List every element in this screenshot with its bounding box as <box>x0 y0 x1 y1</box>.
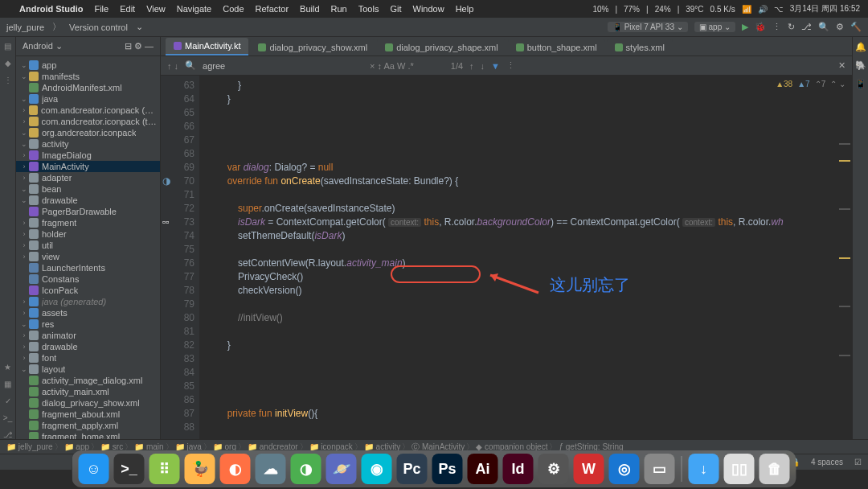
tree-item[interactable]: ›MainActivity <box>16 161 160 172</box>
menubar-clock[interactable]: 3月14日 周四 16:52 <box>790 3 860 14</box>
git-branch-icon[interactable]: ⎇ <box>801 22 812 32</box>
structure-tool-icon[interactable]: ⋮ <box>4 76 12 84</box>
error-stripe[interactable] <box>839 111 850 436</box>
search-prev-icon[interactable]: ↑ <box>469 61 474 71</box>
build-icon[interactable]: 🔨 <box>850 22 862 32</box>
menu-refactor[interactable]: Refactor <box>256 4 289 14</box>
dock-app[interactable]: ☁ <box>256 454 286 484</box>
breadcrumb-item[interactable]: 📁 jelly_pure <box>6 442 53 451</box>
menu-edit[interactable]: Edit <box>120 4 135 14</box>
inspection-icon[interactable]: ☑ <box>854 458 862 466</box>
tree-item[interactable]: ›com.andcreator.iconpack (andr <box>16 105 160 116</box>
tree-item[interactable]: fragment_apply.xml <box>16 420 160 431</box>
tree-item[interactable]: ›java (generated) <box>16 296 160 307</box>
tree-item[interactable]: ›animator <box>16 330 160 341</box>
editor-tab[interactable]: button_shape.xml <box>508 39 605 55</box>
settings-icon[interactable]: ⚙ <box>134 41 142 51</box>
dock-app[interactable]: >_ <box>114 454 145 484</box>
dock-app[interactable]: 🗑 <box>760 454 790 484</box>
notifications-icon[interactable]: 🔔 <box>855 42 866 52</box>
menu-navigate[interactable]: Navigate <box>177 4 211 14</box>
run-config-selector[interactable]: ▣ app ⌄ <box>694 22 735 32</box>
dock-app[interactable]: ⠿ <box>149 454 180 484</box>
dock-app[interactable]: ▭ <box>645 454 675 484</box>
tree-item[interactable]: ›font <box>16 352 160 364</box>
project-tree[interactable]: ⌄app⌄manifestsAndroidManifest.xml⌄java›c… <box>16 56 160 439</box>
dock-app[interactable]: W <box>574 454 604 484</box>
menubar-app-name[interactable]: Android Studio <box>19 4 83 14</box>
dock-app[interactable]: ☺ <box>79 454 109 484</box>
tree-item[interactable]: fragment_home.xml <box>16 431 160 439</box>
dock-app[interactable]: Ps <box>432 454 463 484</box>
menu-run[interactable]: Run <box>331 4 347 14</box>
tree-item[interactable]: ›assets <box>16 307 160 318</box>
project-name[interactable]: jelly_pure <box>6 23 44 32</box>
dock-app[interactable]: ↓ <box>689 454 719 484</box>
menu-build[interactable]: Build <box>300 4 319 14</box>
bookmarks-icon[interactable]: ★ <box>4 363 11 372</box>
run-button[interactable]: ▶ <box>742 22 748 32</box>
tree-item[interactable]: ›util <box>16 240 160 251</box>
tree-item[interactable]: LauncherIntents <box>16 262 160 273</box>
dock-app[interactable]: 🦆 <box>185 454 215 484</box>
tree-item[interactable]: fragment_about.xml <box>16 409 160 420</box>
tree-item[interactable]: IconPack <box>16 285 160 296</box>
editor-tab[interactable]: dialog_privacy_shape.xml <box>377 39 506 55</box>
tree-item[interactable]: ›ImageDialog <box>16 150 160 161</box>
editor-tab[interactable]: dialog_privacy_show.xml <box>250 39 375 55</box>
dock-app[interactable]: ▯▯ <box>724 454 755 484</box>
dock-app[interactable]: Id <box>503 454 534 484</box>
menu-view[interactable]: View <box>146 4 166 14</box>
menu-file[interactable]: File <box>94 4 108 14</box>
settings-icon[interactable]: ⚙ <box>836 22 844 32</box>
vcs-dropdown[interactable]: Version control <box>69 23 128 32</box>
tree-item[interactable]: ›adapter <box>16 172 160 183</box>
dock-app[interactable]: ◎ <box>609 454 640 484</box>
collapse-icon[interactable]: ⊟ <box>125 41 132 51</box>
menu-code[interactable]: Code <box>223 4 244 14</box>
tree-item[interactable]: ⌄manifests <box>16 71 160 82</box>
tree-item[interactable]: Constans <box>16 273 160 285</box>
device-manager-icon[interactable]: 📱 <box>855 79 866 89</box>
tree-item[interactable]: ⌄java <box>16 93 160 105</box>
tree-item[interactable]: ⌄bean <box>16 183 160 195</box>
menu-window[interactable]: Window <box>413 4 444 14</box>
tree-item[interactable]: ⌄app <box>16 60 160 71</box>
editor-tab[interactable]: styles.xml <box>607 39 673 55</box>
tree-item[interactable]: ⌄res <box>16 318 160 330</box>
search-next-icon[interactable]: ↓ <box>481 61 485 71</box>
tree-item[interactable]: activity_main.xml <box>16 386 160 397</box>
more-actions-icon[interactable]: ⋮ <box>772 22 781 32</box>
tree-item[interactable]: ›com.andcreator.iconpack (test <box>16 116 160 127</box>
tree-item[interactable]: ⌄activity <box>16 138 160 150</box>
volume-icon[interactable]: 🔊 <box>758 5 768 14</box>
project-tool-icon[interactable]: ▤ <box>4 42 11 51</box>
control-center-icon[interactable]: ⌥ <box>774 5 784 14</box>
terminal-icon[interactable]: >_ <box>3 413 12 422</box>
tree-item[interactable]: ⌄org.andcreator.iconpack <box>16 127 160 138</box>
menu-tools[interactable]: Tools <box>358 4 379 14</box>
dock-app[interactable]: ◐ <box>220 454 251 484</box>
wifi-icon[interactable]: 📶 <box>742 5 751 14</box>
build-variants-icon[interactable]: ▦ <box>4 380 11 388</box>
search-input[interactable] <box>203 61 363 71</box>
tree-item[interactable]: ›view <box>16 251 160 262</box>
tree-item[interactable]: ⌄drawable <box>16 195 160 206</box>
indent-setting[interactable]: 4 spaces <box>811 458 843 466</box>
gradle-icon[interactable]: 🐘 <box>855 60 866 71</box>
dock-app[interactable]: ⚙ <box>538 454 569 484</box>
tree-item[interactable]: dialog_privacy_show.xml <box>16 397 160 409</box>
device-selector[interactable]: 📱 Pixel 7 API 33 ⌄ <box>608 22 688 32</box>
code-editor[interactable]: 63646566676869◑707172▫▫73747576777879808… <box>161 76 852 439</box>
dock-app[interactable]: Pc <box>397 454 428 484</box>
editor-tab[interactable]: MainActivity.kt <box>166 38 248 55</box>
git-icon[interactable]: ⎇ <box>3 430 13 439</box>
tree-item[interactable]: ›drawable <box>16 341 160 352</box>
dock-app[interactable]: ◑ <box>291 454 321 484</box>
tree-item[interactable]: ›holder <box>16 228 160 240</box>
filter-icon[interactable]: ▼ <box>491 61 500 71</box>
dock-app[interactable]: Ai <box>468 454 498 484</box>
tree-item[interactable]: AndroidManifest.xml <box>16 82 160 93</box>
hide-icon[interactable]: — <box>145 41 154 51</box>
inspection-summary[interactable]: ▲38 ▲7 ⌃7 ⌃ ⌄ <box>769 76 852 92</box>
